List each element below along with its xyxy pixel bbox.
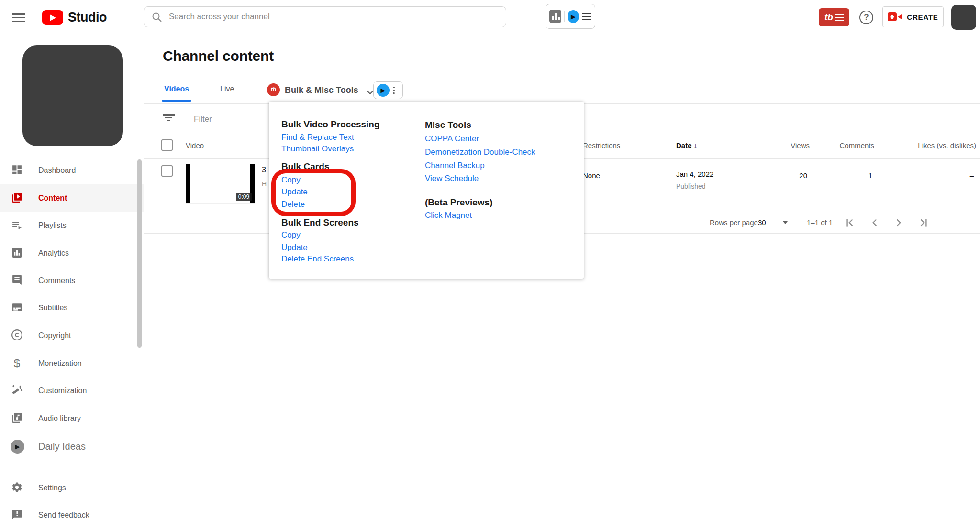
chevron-left-icon <box>869 216 881 229</box>
section-heading: (Beta Previews) <box>425 197 493 208</box>
menu-link-channel-backup[interactable]: Channel Backup <box>425 160 485 171</box>
settings-icon <box>11 481 23 494</box>
video-title[interactable]: 3 <box>262 166 266 174</box>
section-heading: Misc Tools <box>425 120 471 130</box>
select-all-checkbox[interactable] <box>161 139 173 151</box>
copyright-icon <box>11 329 23 342</box>
tubebuddy-menu-icon <box>835 12 844 22</box>
menu-link-thumbnail-overlays[interactable]: Thumbnail Overlays <box>281 144 354 154</box>
menu-link-cards-update[interactable]: Update <box>281 187 308 197</box>
sidebar-item-monetization[interactable]: $ Monetization <box>0 350 144 377</box>
vidiq-icon[interactable]: ▶ <box>568 10 579 23</box>
menu-link-cards-copy[interactable]: Copy <box>281 175 301 185</box>
cell-restrictions: None <box>583 171 600 180</box>
menu-link-find-replace-text[interactable]: Find & Replace Text <box>281 132 354 143</box>
top-bar: Studio ▶ tb ? <box>0 0 980 34</box>
sidebar-scrollbar[interactable] <box>137 159 142 348</box>
cell-date: Jan 4, 2022 <box>676 170 713 178</box>
first-page-icon <box>844 216 856 229</box>
feedback-icon <box>11 509 23 522</box>
subtitles-icon <box>11 301 23 314</box>
video-description: H <box>262 180 267 188</box>
studio-wordmark[interactable]: Studio <box>68 10 107 25</box>
dashboard-icon <box>11 164 23 177</box>
vidiq-icon: ▶ <box>377 84 390 97</box>
sidebar-item-settings[interactable]: Settings <box>0 474 144 501</box>
menu-link-click-magnet[interactable]: Click Magnet <box>425 210 472 221</box>
cell-comments: 1 <box>869 171 872 180</box>
kebab-menu-icon[interactable] <box>393 85 395 95</box>
chevron-down-icon[interactable] <box>367 87 374 95</box>
sidebar-item-daily-ideas[interactable]: ▶ Daily Ideas <box>0 432 144 460</box>
sort-desc-icon: ↓ <box>694 141 698 149</box>
bulk-misc-tools-dropdown: Bulk Video Processing Find & Replace Tex… <box>269 102 584 279</box>
menu-link-endscreens-update[interactable]: Update <box>281 242 308 253</box>
help-icon[interactable]: ? <box>859 11 873 24</box>
content-icon <box>11 192 23 204</box>
playlists-icon <box>11 219 23 232</box>
sidebar-item-comments[interactable]: Comments <box>0 267 144 294</box>
column-header-comments[interactable]: Comments <box>839 141 874 149</box>
filter-input[interactable]: Filter <box>194 114 212 124</box>
sidebar-item-dashboard[interactable]: Dashboard <box>0 157 144 184</box>
column-header-views[interactable]: Views <box>791 141 810 149</box>
tubebuddy-logo-icon: tb <box>824 12 833 23</box>
create-camera-icon <box>888 11 902 22</box>
channel-avatar[interactable] <box>22 45 123 146</box>
menu-link-cards-delete[interactable]: Delete <box>281 199 305 210</box>
menu-link-demonetization-double-check[interactable]: Demonetization Double-Check <box>425 147 535 158</box>
sidebar-divider <box>0 468 144 468</box>
page-title: Channel content <box>163 48 274 64</box>
section-heading: Bulk Cards <box>281 161 329 172</box>
search-input[interactable] <box>169 7 494 27</box>
menu-link-delete-end-screens[interactable]: Delete End Screens <box>281 254 354 264</box>
menu-link-view-schedule[interactable]: View Schedule <box>425 173 479 184</box>
menu-link-coppa-center[interactable]: COPPA Center <box>425 134 479 144</box>
tubebuddy-button[interactable]: tb <box>819 8 849 26</box>
sidebar-item-copyright[interactable]: Copyright <box>0 322 144 349</box>
previous-page-button[interactable] <box>869 216 881 229</box>
first-page-button[interactable] <box>844 216 856 229</box>
account-avatar[interactable] <box>951 5 976 30</box>
analytics-icon <box>11 247 23 260</box>
row-checkbox[interactable] <box>161 165 173 177</box>
next-page-button[interactable] <box>892 216 905 229</box>
tab-videos[interactable]: Videos <box>164 85 189 93</box>
audio-library-icon <box>11 412 23 425</box>
rows-per-page-label: Rows per page: <box>710 218 760 227</box>
sidebar-item-analytics[interactable]: Analytics <box>0 239 144 267</box>
rows-per-page-select[interactable]: 30 <box>758 218 766 227</box>
menu-icon[interactable] <box>12 13 25 22</box>
caret-down-icon[interactable] <box>783 221 788 224</box>
sidebar-item-subtitles[interactable]: Subtitles <box>0 294 144 321</box>
extension-menu-icon[interactable] <box>582 11 591 22</box>
last-page-button[interactable] <box>917 216 930 229</box>
search-icon <box>151 11 163 23</box>
sidebar: Dashboard Content Playlists Analytics Co <box>0 34 144 522</box>
active-tab-underline <box>162 100 191 102</box>
column-header-likes[interactable]: Likes (vs. dislikes) <box>918 141 976 149</box>
stats-icon[interactable] <box>549 10 561 23</box>
create-button[interactable]: CREATE <box>882 6 944 27</box>
column-header-restrictions[interactable]: Restrictions <box>583 141 620 149</box>
sidebar-item-content[interactable]: Content <box>0 184 144 212</box>
last-page-icon <box>917 216 930 229</box>
sidebar-item-customization[interactable]: Customization <box>0 377 144 404</box>
youtube-logo-icon[interactable] <box>42 10 63 25</box>
bulk-misc-tools-menu[interactable]: Bulk & Misc Tools <box>285 85 358 95</box>
column-header-video[interactable]: Video <box>186 141 204 149</box>
tubebuddy-logo-icon[interactable]: tb <box>267 83 280 96</box>
column-header-date[interactable]: Date ↓ <box>676 141 697 149</box>
vidiq-toolbar[interactable]: ▶ <box>373 81 403 99</box>
menu-link-endscreens-copy[interactable]: Copy <box>281 230 301 240</box>
main-content: Channel content Videos Live tb Bulk & Mi… <box>144 0 980 522</box>
sidebar-item-playlists[interactable]: Playlists <box>0 212 144 239</box>
tab-live[interactable]: Live <box>220 85 234 93</box>
vidiq-icon: ▶ <box>11 440 23 453</box>
comments-icon <box>11 274 23 287</box>
duration-badge: 0:09 <box>236 193 252 201</box>
sidebar-item-send-feedback[interactable]: Send feedback <box>0 501 144 522</box>
cell-likes: – <box>970 171 974 180</box>
sidebar-item-audio-library[interactable]: Audio library <box>0 405 144 432</box>
filter-icon[interactable] <box>163 114 175 121</box>
